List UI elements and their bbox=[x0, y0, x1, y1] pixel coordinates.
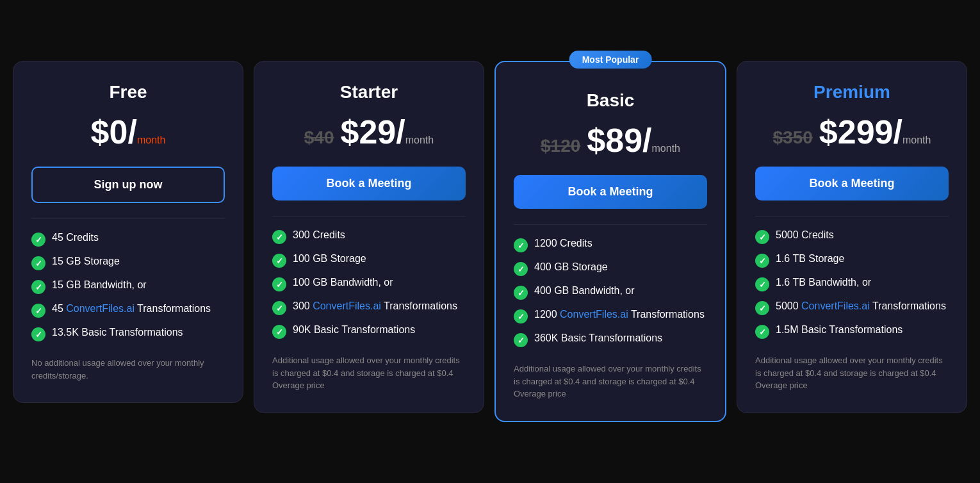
feature-text-starter-4: 90K Basic Transformations bbox=[293, 324, 415, 336]
check-icon-free-1 bbox=[31, 256, 45, 270]
check-icon-premium-1 bbox=[755, 254, 769, 268]
price-original-basic: $120 bbox=[541, 136, 580, 156]
check-icon-starter-0 bbox=[272, 230, 286, 244]
feature-text-basic-4: 360K Basic Transformations bbox=[534, 332, 662, 344]
feature-text-free-3: 45 ConvertFiles.ai Transformations bbox=[52, 303, 211, 315]
feature-text-premium-3: 5000 ConvertFiles.ai Transformations bbox=[776, 300, 946, 312]
feature-item-free-4: 13.5K Basic Transformations bbox=[31, 327, 225, 341]
feature-text-free-2: 15 GB Bandwidth, or bbox=[52, 279, 147, 291]
price-current-premium: $299/month bbox=[819, 113, 931, 151]
check-icon-starter-4 bbox=[272, 325, 286, 339]
check-icon-premium-0 bbox=[755, 230, 769, 244]
features-list-premium: 5000 Credits 1.6 TB Storage 1.6 TB Bandw… bbox=[755, 229, 949, 339]
price-current-basic: $89/month bbox=[587, 121, 680, 160]
feature-link-starter-3[interactable]: ConvertFiles.ai bbox=[313, 300, 381, 311]
divider-free bbox=[31, 218, 225, 219]
feature-text-basic-0: 1200 Credits bbox=[534, 238, 592, 249]
feature-text-premium-2: 1.6 TB Bandwidth, or bbox=[776, 277, 871, 288]
cta-button-premium[interactable]: Book a Meeting bbox=[755, 167, 949, 201]
divider-premium bbox=[755, 216, 949, 217]
feature-text-starter-1: 100 GB Storage bbox=[293, 253, 366, 265]
footer-note-premium: Additional usage allowed over your month… bbox=[755, 354, 949, 392]
feature-item-free-0: 45 Credits bbox=[31, 232, 225, 247]
feature-item-basic-4: 360K Basic Transformations bbox=[514, 332, 707, 347]
feature-link-basic-3[interactable]: ConvertFiles.ai bbox=[560, 309, 628, 320]
price-original-starter: $40 bbox=[304, 127, 334, 148]
feature-item-basic-1: 400 GB Storage bbox=[514, 261, 707, 276]
footer-note-starter: Additional usage allowed over your month… bbox=[272, 354, 466, 392]
feature-item-premium-1: 1.6 TB Storage bbox=[755, 253, 949, 268]
check-icon-starter-3 bbox=[272, 301, 286, 315]
plan-card-basic: Most PopularBasic$120$89/monthBook a Mee… bbox=[494, 61, 726, 422]
divider-starter bbox=[272, 216, 466, 217]
feature-item-premium-4: 1.5M Basic Transformations bbox=[755, 324, 949, 339]
pricing-container: Free$0/monthSign up now 45 Credits 15 GB… bbox=[13, 61, 967, 422]
footer-note-free: No additional usage allowed over your mo… bbox=[31, 357, 225, 382]
feature-item-starter-4: 90K Basic Transformations bbox=[272, 324, 466, 339]
feature-text-starter-0: 300 Credits bbox=[293, 229, 345, 241]
feature-item-free-2: 15 GB Bandwidth, or bbox=[31, 279, 225, 294]
check-icon-basic-4 bbox=[514, 333, 528, 347]
price-row-free: $0/month bbox=[31, 113, 225, 151]
feature-item-basic-0: 1200 Credits bbox=[514, 238, 707, 252]
footer-note-basic: Additional usage allowed over your month… bbox=[514, 363, 707, 400]
check-icon-premium-3 bbox=[755, 301, 769, 315]
price-row-premium: $350$299/month bbox=[755, 113, 949, 151]
price-original-premium: $350 bbox=[773, 127, 813, 148]
check-icon-starter-1 bbox=[272, 254, 286, 268]
check-icon-free-3 bbox=[31, 304, 45, 318]
feature-link-free-3[interactable]: ConvertFiles.ai bbox=[66, 303, 135, 314]
check-icon-premium-2 bbox=[755, 277, 769, 291]
most-popular-badge: Most Popular bbox=[569, 51, 652, 69]
check-icon-free-2 bbox=[31, 280, 45, 294]
feature-text-premium-1: 1.6 TB Storage bbox=[776, 253, 844, 265]
feature-item-premium-2: 1.6 TB Bandwidth, or bbox=[755, 277, 949, 291]
feature-link-premium-3[interactable]: ConvertFiles.ai bbox=[801, 300, 870, 311]
cta-button-free[interactable]: Sign up now bbox=[31, 167, 225, 203]
features-list-starter: 300 Credits 100 GB Storage 100 GB Bandwi… bbox=[272, 229, 466, 339]
feature-item-starter-3: 300 ConvertFiles.ai Transformations bbox=[272, 300, 466, 315]
feature-item-starter-0: 300 Credits bbox=[272, 229, 466, 244]
cta-button-basic[interactable]: Book a Meeting bbox=[514, 175, 707, 209]
price-free-free: $0/month bbox=[91, 113, 166, 151]
feature-item-free-1: 15 GB Storage bbox=[31, 256, 225, 270]
feature-item-premium-3: 5000 ConvertFiles.ai Transformations bbox=[755, 300, 949, 315]
price-row-basic: $120$89/month bbox=[514, 121, 707, 160]
plan-name-starter: Starter bbox=[272, 82, 466, 102]
feature-text-starter-2: 100 GB Bandwidth, or bbox=[293, 277, 393, 288]
check-icon-basic-3 bbox=[514, 309, 528, 323]
check-icon-free-0 bbox=[31, 233, 45, 247]
feature-text-basic-2: 400 GB Bandwidth, or bbox=[534, 285, 635, 297]
feature-text-free-4: 13.5K Basic Transformations bbox=[52, 327, 183, 338]
feature-text-starter-3: 300 ConvertFiles.ai Transformations bbox=[293, 300, 457, 312]
feature-item-starter-1: 100 GB Storage bbox=[272, 253, 466, 268]
plan-name-basic: Basic bbox=[514, 90, 707, 111]
price-current-starter: $29/month bbox=[341, 113, 434, 151]
plan-card-premium: Premium$350$299/monthBook a Meeting 5000… bbox=[737, 61, 967, 413]
check-icon-starter-2 bbox=[272, 277, 286, 291]
feature-item-starter-2: 100 GB Bandwidth, or bbox=[272, 277, 466, 291]
check-icon-basic-1 bbox=[514, 262, 528, 276]
feature-text-premium-4: 1.5M Basic Transformations bbox=[776, 324, 902, 336]
plan-card-starter: Starter$40$29/monthBook a Meeting 300 Cr… bbox=[254, 61, 484, 413]
features-list-free: 45 Credits 15 GB Storage 15 GB Bandwidth… bbox=[31, 232, 225, 341]
cta-button-starter[interactable]: Book a Meeting bbox=[272, 167, 466, 201]
check-icon-premium-4 bbox=[755, 325, 769, 339]
feature-text-free-0: 45 Credits bbox=[52, 232, 99, 243]
check-icon-basic-0 bbox=[514, 238, 528, 252]
feature-text-free-1: 15 GB Storage bbox=[52, 256, 120, 267]
divider-basic bbox=[514, 224, 707, 225]
feature-item-basic-2: 400 GB Bandwidth, or bbox=[514, 285, 707, 300]
price-row-starter: $40$29/month bbox=[272, 113, 466, 151]
features-list-basic: 1200 Credits 400 GB Storage 400 GB Bandw… bbox=[514, 238, 707, 347]
feature-item-premium-0: 5000 Credits bbox=[755, 229, 949, 244]
plan-name-premium: Premium bbox=[755, 82, 949, 102]
check-icon-free-4 bbox=[31, 327, 45, 341]
plan-card-free: Free$0/monthSign up now 45 Credits 15 GB… bbox=[13, 61, 243, 403]
feature-text-basic-3: 1200 ConvertFiles.ai Transformations bbox=[534, 309, 705, 320]
feature-item-basic-3: 1200 ConvertFiles.ai Transformations bbox=[514, 309, 707, 323]
feature-text-premium-0: 5000 Credits bbox=[776, 229, 834, 241]
check-icon-basic-2 bbox=[514, 286, 528, 300]
plan-name-free: Free bbox=[31, 82, 225, 102]
feature-text-basic-1: 400 GB Storage bbox=[534, 261, 608, 273]
